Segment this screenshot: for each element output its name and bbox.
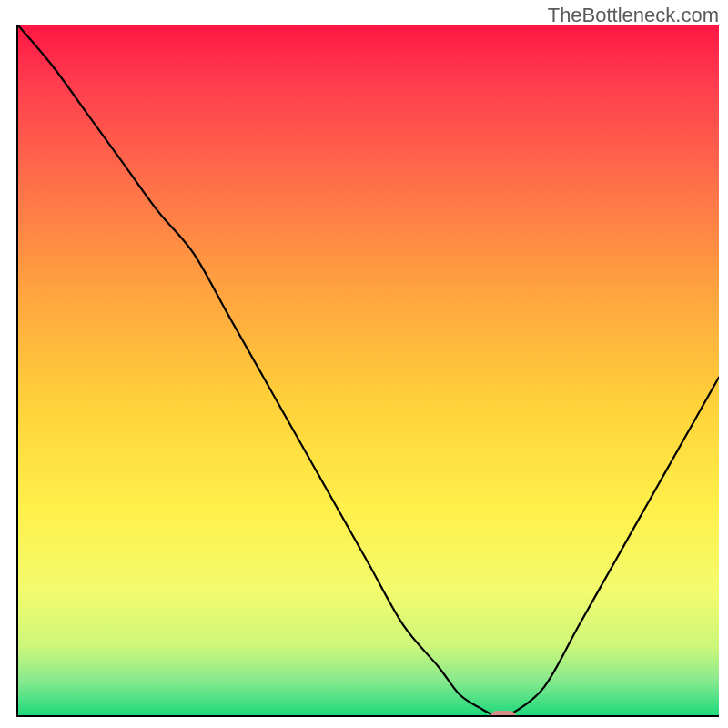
- bottleneck-curve: [18, 25, 719, 715]
- plot-area: [16, 25, 719, 717]
- watermark-text: TheBottleneck.com: [548, 4, 719, 27]
- chart-container: TheBottleneck.com: [0, 0, 728, 728]
- optimal-point-marker: [490, 711, 516, 717]
